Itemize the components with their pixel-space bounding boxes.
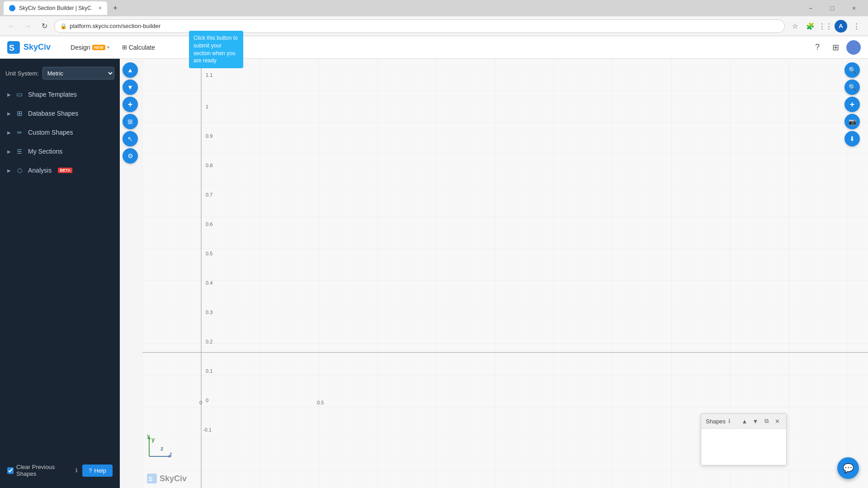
unit-system-row: Unit System: Metric Imperial: [0, 64, 120, 85]
shapes-panel-body: [701, 429, 786, 465]
custom-shapes-icon: ✏: [15, 128, 24, 136]
help-btn[interactable]: ?: [810, 40, 825, 55]
secure-icon: 🔒: [60, 23, 67, 29]
calculate-nav-label: Calculate: [129, 44, 155, 51]
my-sections-icon: ☰: [15, 147, 24, 155]
unit-select[interactable]: Metric Imperial: [42, 67, 114, 80]
header-nav: Design NEW ▾ ⊞ Calculate: [65, 41, 160, 54]
shapes-panel-down-btn[interactable]: ▼: [751, 417, 760, 426]
watermark-text: SkyCiv: [160, 474, 187, 483]
sidebar-bottom: Clear Previous Shapes ℹ ? Help: [0, 458, 120, 483]
sidebar-item-analysis[interactable]: ▶ ⬡ Analysis BETA: [0, 161, 120, 180]
sidebar-item-custom-shapes[interactable]: ▶ ✏ Custom Shapes: [0, 123, 120, 142]
app-container: S SkyCiv Design NEW ▾ ⊞ Calculate Click …: [0, 36, 868, 488]
skyciv-logo-icon: S: [7, 41, 20, 54]
maximize-btn[interactable]: □: [822, 1, 843, 15]
shapes-panel-up-btn[interactable]: ▲: [740, 417, 749, 426]
minimize-btn[interactable]: −: [800, 1, 821, 15]
clear-shapes-checkbox[interactable]: [7, 467, 14, 474]
sidebar-item-label: Shape Templates: [28, 91, 77, 98]
tooltip-text: Click this button to submit your section…: [193, 35, 238, 64]
add-shape-btn[interactable]: +: [123, 97, 138, 112]
database-shapes-icon: ⊞: [15, 109, 24, 117]
shape-templates-icon: ▭: [15, 90, 24, 99]
nav-bar: ← → ↻ 🔒 platform.skyciv.com/section-buil…: [0, 16, 868, 36]
zoom-in-btn[interactable]: 🔍: [844, 62, 860, 78]
sidebar: Unit System: Metric Imperial ▶ ▭ Shape T…: [0, 59, 120, 488]
reload-btn[interactable]: ↻: [38, 20, 51, 33]
shapes-panel-info: ℹ: [728, 418, 731, 424]
help-icon: ?: [89, 467, 92, 474]
nav-actions: ☆ 🧩 ⋮⋮ A ⋮: [788, 20, 863, 33]
tooltip-popup: Click this button to submit your section…: [189, 31, 243, 68]
design-chevron: ▾: [107, 45, 109, 50]
profile-btn[interactable]: A: [835, 20, 847, 33]
chat-button[interactable]: 💬: [837, 457, 859, 479]
address-text: platform.skyciv.com/section-builder: [70, 23, 160, 29]
shapes-panel-header: Shapes ℹ ▲ ▼ ⧉ ✕: [701, 414, 786, 429]
app-header: S SkyCiv Design NEW ▾ ⊞ Calculate Click …: [0, 36, 868, 59]
tab-favicon: [9, 5, 15, 11]
download-btn[interactable]: ⬇: [844, 131, 860, 146]
shapes-panel: Shapes ℹ ▲ ▼ ⧉ ✕: [701, 413, 787, 465]
help-button[interactable]: ? Help: [82, 465, 113, 477]
help-label: Help: [94, 467, 106, 474]
svg-text:S: S: [9, 43, 14, 52]
user-profile-btn[interactable]: [846, 40, 861, 55]
bookmark-btn[interactable]: ☆: [788, 20, 801, 33]
address-bar[interactable]: 🔒 platform.skyciv.com/section-builder: [54, 19, 785, 33]
design-nav-btn[interactable]: Design NEW ▾: [65, 41, 115, 54]
forward-btn[interactable]: →: [22, 20, 34, 33]
design-badge: NEW: [92, 45, 105, 50]
sidebar-item-shape-templates[interactable]: ▶ ▭ Shape Templates: [0, 85, 120, 104]
canvas-area[interactable]: ▲ ▼ + ⊞ ↖ ⚙ 🔍 🔍 + 📷 ⬇: [120, 59, 868, 488]
clear-shapes-label[interactable]: Clear Previous Shapes ℹ: [7, 464, 78, 477]
grid-btn[interactable]: ⊞: [828, 40, 843, 55]
sidebar-item-my-sections[interactable]: ▶ ☰ My Sections: [0, 142, 120, 161]
pan-down-btn[interactable]: ▼: [123, 80, 138, 95]
clear-shapes-info-icon: ℹ: [75, 467, 78, 474]
tab-title: SkyCiv Section Builder | SkyCiv P...: [19, 5, 91, 11]
chat-icon: 💬: [843, 463, 854, 474]
design-nav-label: Design: [71, 44, 90, 51]
unit-label: Unit System:: [5, 70, 39, 77]
zoom-out-btn[interactable]: 🔍: [844, 80, 860, 95]
arrow-icon: ▶: [7, 130, 11, 135]
cursor-tool-btn[interactable]: ↖: [123, 131, 138, 146]
calculate-icon: ⊞: [122, 44, 127, 51]
shapes-panel-title: Shapes: [706, 418, 726, 425]
logo-area: S SkyCiv: [7, 41, 51, 54]
zoom-fit-btn[interactable]: +: [844, 97, 860, 112]
watermark-logo-icon: S: [147, 474, 157, 483]
header-actions: ? ⊞: [810, 40, 861, 55]
back-btn[interactable]: ←: [5, 20, 18, 33]
apps-btn[interactable]: ⋮⋮: [819, 20, 832, 33]
watermark: S SkyCiv: [147, 474, 187, 483]
right-tools: 🔍 🔍 + 📷 ⬇: [844, 62, 860, 146]
analysis-icon: ⬡: [15, 166, 24, 174]
menu-btn[interactable]: ⋮: [850, 20, 863, 33]
grid-tool-btn[interactable]: ⊞: [123, 114, 138, 129]
tab-bar: SkyCiv Section Builder | SkyCiv P... × +…: [0, 0, 868, 16]
shapes-panel-copy-btn[interactable]: ⧉: [762, 417, 771, 426]
close-btn[interactable]: ×: [844, 1, 864, 15]
screenshot-btn[interactable]: 📷: [844, 114, 860, 129]
main-content: Unit System: Metric Imperial ▶ ▭ Shape T…: [0, 59, 868, 488]
sidebar-item-label: My Sections: [28, 148, 62, 155]
new-tab-btn[interactable]: +: [109, 2, 122, 14]
sidebar-item-database-shapes[interactable]: ▶ ⊞ Database Shapes: [0, 104, 120, 123]
svg-text:S: S: [148, 475, 152, 483]
settings-tool-btn[interactable]: ⚙: [123, 148, 138, 164]
left-tools: ▲ ▼ + ⊞ ↖ ⚙: [123, 62, 138, 164]
sidebar-item-label: Custom Shapes: [28, 129, 73, 136]
calculate-nav-btn[interactable]: ⊞ Calculate: [117, 41, 160, 54]
arrow-icon: ▶: [7, 168, 11, 173]
arrow-icon: ▶: [7, 111, 11, 116]
sidebar-item-label: Database Shapes: [28, 110, 78, 117]
active-tab[interactable]: SkyCiv Section Builder | SkyCiv P... ×: [4, 1, 107, 15]
tab-close-btn[interactable]: ×: [99, 5, 102, 11]
pan-up-btn[interactable]: ▲: [123, 62, 138, 78]
analysis-badge: BETA: [58, 168, 72, 173]
extension-btn[interactable]: 🧩: [804, 20, 816, 33]
shapes-panel-close-btn[interactable]: ✕: [773, 417, 782, 426]
